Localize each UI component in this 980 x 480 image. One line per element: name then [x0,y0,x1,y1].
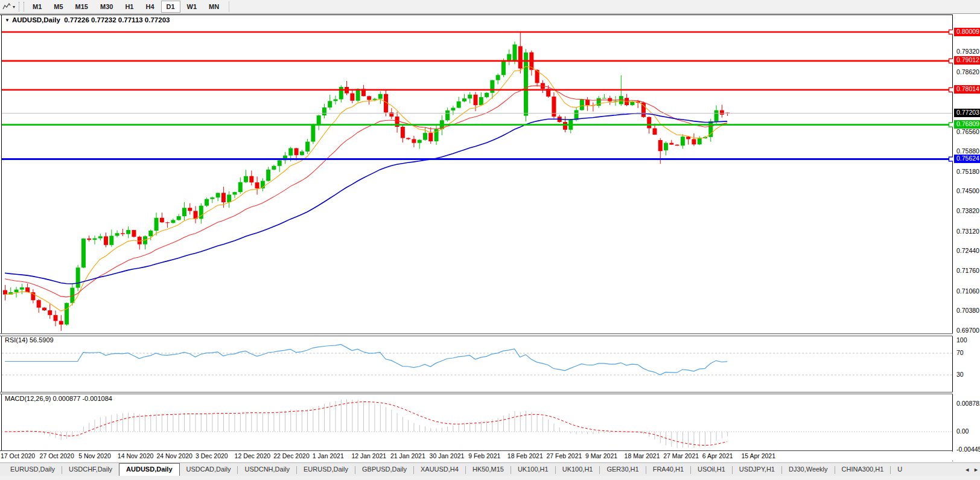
price-badge-support-line-price: 0.75624 [954,155,980,163]
chevron-down-icon: ▾ [13,4,15,10]
date-label: 22 Dec 2020 [273,452,310,459]
tab-uk100-h1[interactable]: UK100,H1 [511,463,555,476]
date-label: 24 Nov 2020 [156,452,192,459]
tab-scroll-left-icon[interactable]: ◄ [964,467,970,473]
tab-usdcad-daily[interactable]: USDCAD,Daily [180,463,238,476]
timeframe-buttons: M1M5M15M30H1H4D1W1MN [27,1,225,13]
price-tick-label: 0.79320 [956,48,979,56]
period-selector-button[interactable]: ▾ [0,1,18,13]
tab-gbpusd-daily[interactable]: GBPUSD,Daily [355,463,413,476]
timeframe-button-d1[interactable]: D1 [161,1,180,13]
date-label: 27 Oct 2020 [40,452,74,459]
tab-dj30-weekly[interactable]: DJ30,Weekly [782,463,835,476]
date-label: 18 Mar 2021 [625,452,660,459]
timeframe-button-h4[interactable]: H4 [140,1,159,13]
rsi-indicator-label: RSI(14) 56.5909 [5,336,54,344]
tab-fra40-h1[interactable]: FRA40,H1 [646,463,690,476]
chart-title: ▼AUDUSD,Daily 0.77226 0.77232 0.77113 0.… [5,16,170,24]
price-badge-resistance-line-price: 0.79012 [954,56,980,65]
chart-window: ▼AUDUSD,Daily 0.77226 0.77232 0.77113 0.… [0,14,980,462]
timeframe-button-mn[interactable]: MN [203,1,224,13]
price-badge-resistance-line-price: 0.80009 [954,28,980,36]
rsi-scale-label: 70 [956,349,964,357]
tab-usdcnh-daily[interactable]: USDCNH,Daily [238,463,296,476]
price-axis[interactable]: 0.793200.786200.779400.765600.758800.751… [953,14,980,462]
status-strip [0,476,980,480]
tab-eurusd-daily[interactable]: EURUSD,Daily [297,463,355,476]
date-label: 9 Mar 2021 [585,452,617,459]
date-label: 21 Jan 2021 [390,452,425,459]
price-tick-label: 0.75180 [956,168,979,176]
timeframe-button-m1[interactable]: M1 [27,1,47,13]
date-label: 14 Nov 2020 [118,452,154,459]
tab-uk100-h1[interactable]: UK100,H1 [556,463,600,476]
chart-dropdown-icon[interactable]: ▼ [5,18,10,23]
date-label: 12 Jan 2021 [351,452,386,459]
chart-plot-area[interactable] [2,15,952,464]
price-tick-label: 0.72440 [956,247,979,255]
tab-usoil-h1[interactable]: USOil,H1 [691,463,732,476]
toolbar-separator [229,1,229,12]
price-badge-current-price: 0.77203 [954,109,980,117]
price-tick-label: 0.71760 [956,267,979,275]
price-tick-label: 0.71060 [956,287,979,295]
tab-usdjpy-h1[interactable]: USDJPY,H1 [733,463,781,476]
timeframe-button-m30[interactable]: M30 [95,1,118,13]
date-label: 27 Mar 2021 [663,452,699,459]
toolbar-grip[interactable] [19,2,24,11]
price-badge-resistance-line-price: 0.78014 [954,85,980,94]
price-tick-label: 0.74500 [956,187,979,195]
macd-scale-label: 0.00 [956,427,969,435]
timeframe-button-h1[interactable]: H1 [119,1,139,13]
price-tick-label: 0.76560 [956,128,979,136]
macd-indicator-label: MACD(12,26,9) 0.000877 -0.001084 [5,395,112,402]
rsi-scale-label: 100 [956,336,967,344]
price-badge-support-line-price: 0.76809 [954,120,980,129]
price-tick-label: 0.69700 [956,327,979,334]
timeframe-button-w1[interactable]: W1 [182,1,203,13]
tab-hk50-m15[interactable]: HK50,M15 [466,463,511,476]
date-label: 27 Feb 2021 [546,452,582,459]
chart-ohlc-values: 0.77226 0.77232 0.77113 0.77203 [64,16,170,24]
tab-scroll-buttons: ◄ ► [962,463,979,476]
date-label: 18 Feb 2021 [508,452,543,459]
date-label: 30 Jan 2021 [430,452,465,459]
date-label: 9 Feb 2021 [468,452,500,459]
date-label: 5 Nov 2020 [78,452,111,459]
time-axis[interactable]: 17 Oct 202027 Oct 20205 Nov 202014 Nov 2… [0,451,952,461]
macd-scale-label: 0.008782 [956,400,980,408]
date-label: 15 Apr 2021 [741,452,775,459]
main-toolbar: ▾ M1M5M15M30H1H4D1W1MN [0,0,980,14]
tab-ger30-h1[interactable]: GER30,H1 [600,463,645,476]
date-label: 6 Apr 2021 [702,452,733,459]
chart-period-icon [2,2,11,11]
tab-scroll-right-icon[interactable]: ► [973,467,979,473]
date-label: 17 Oct 2020 [1,452,35,459]
price-tick-label: 0.73820 [956,207,979,215]
tab-china300-h1[interactable]: CHINA300,H1 [835,463,891,476]
timeframe-button-m15[interactable]: M15 [70,1,94,13]
date-label: 12 Dec 2020 [235,452,271,459]
price-tick-label: 0.70380 [956,307,979,315]
chart-tabs: EURUSD,DailyUSDCHF,DailyAUDUSD,DailyUSDC… [4,463,902,476]
rsi-scale-label: 30 [956,371,964,379]
price-tick-label: 0.73120 [956,228,979,235]
date-label: 3 Dec 2020 [196,452,228,459]
macd-scale-label: -0.004451 [956,446,980,453]
tab-audusd-daily[interactable]: AUDUSD,Daily [119,463,179,476]
price-tick-label: 0.78620 [956,68,979,76]
timeframe-button-m5[interactable]: M5 [48,1,68,13]
chart-symbol-label: AUDUSD,Daily [12,16,60,24]
date-label: 1 Jan 2021 [313,452,344,459]
chart-tabbar: EURUSD,DailyUSDCHF,DailyAUDUSD,DailyUSDC… [0,462,980,476]
tab-eurusd-daily[interactable]: EURUSD,Daily [4,463,62,476]
tab-xauusd-h4[interactable]: XAUUSD,H4 [414,463,465,476]
tab-overflow-partial[interactable]: U [891,463,902,476]
tab-usdchf-daily[interactable]: USDCHF,Daily [62,463,119,476]
